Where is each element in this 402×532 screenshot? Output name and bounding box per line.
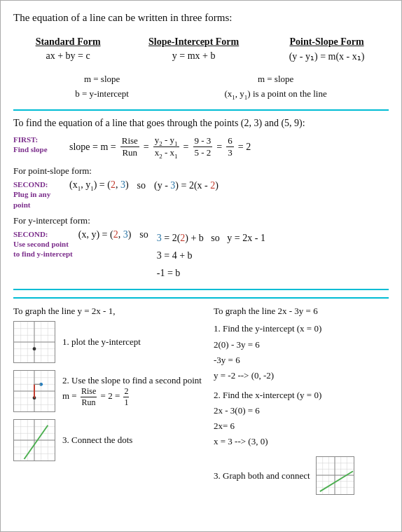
slope-intercept-form-title: Slope-Intercept Form	[128, 36, 259, 48]
standard-form-eq: ax + by = c	[20, 50, 116, 62]
rise-run-frac: Rise Run	[120, 135, 139, 158]
graph-desc-2: 2. Use the slope to find a second point …	[62, 375, 202, 408]
graph-right-row: 3. Graph both and connect	[214, 456, 389, 495]
slope-frac-graph2: 2 1	[123, 386, 129, 408]
graph-row-3: 3. Connect the dots	[13, 419, 202, 461]
for-y-intercept-label: For y-intercept form:	[13, 215, 389, 226]
slope-intercept-notes: m = slope b = y-intercept	[75, 72, 129, 102]
graph-desc-3: 3. Connect the dots	[62, 435, 202, 446]
graph-desc-1: 1. plot the y-intercept	[62, 336, 202, 348]
step2-yint-content: (x, y) = (2, 3) so 3 = 2(2) + b so y = 2…	[78, 229, 389, 282]
graph-box-2	[13, 370, 55, 412]
graph-left-title: To graph the line y = 2x - 1,	[13, 306, 202, 317]
graph-box-right	[316, 456, 354, 495]
step1-label: FIRST:Find slope	[13, 135, 69, 155]
graph-row-1: 1. plot the y-intercept	[13, 321, 202, 363]
step2-point-label: SECOND:Plug in anypoint	[13, 179, 69, 210]
values-frac: 9 - 3 5 - 2	[193, 135, 213, 158]
step2-point-row: SECOND:Plug in anypoint (x1, y1) = (2, 3…	[13, 179, 389, 210]
point-slope-form-title: Point-Slope Form	[272, 36, 382, 48]
standard-form-title: Standard Form	[20, 36, 116, 48]
step1-row: FIRST:Find slope slope = m = Rise Run = …	[13, 135, 389, 160]
point-slope-notes: m = slope (x1, y1) is a point on the lin…	[224, 72, 326, 102]
graph-svg-1	[14, 322, 55, 362]
form-notes-row: m = slope b = y-intercept m = slope (x1,…	[13, 72, 389, 102]
graph-row-2: 2. Use the slope to find a second point …	[13, 370, 202, 412]
graph-svg-3	[14, 420, 55, 461]
divider-1	[13, 109, 389, 111]
y2-y1-frac: y2 - y1 x2 - x1	[153, 135, 179, 160]
graph-left-col: To graph the line y = 2x - 1,	[13, 306, 202, 499]
find-equation-intro: To find the equation of a line that goes…	[13, 118, 389, 129]
graph-box-3	[13, 419, 55, 461]
find-equation-section: To find the equation of a line that goes…	[13, 118, 389, 282]
graph-svg-right	[317, 457, 354, 494]
right-steps: 1. Find the y-intercept (x = 0) 2(0) - 3…	[214, 321, 389, 495]
graph-svg-2	[14, 371, 55, 411]
step2-yint-label: SECOND:Use second pointto find y-interce…	[13, 229, 78, 259]
graphing-section: To graph the line y = 2x - 1,	[13, 297, 389, 499]
point-slope-form-eq: (y - y₁) = m(x - x₁)	[272, 50, 382, 62]
bottom-columns: To graph the line y = 2x - 1,	[13, 306, 389, 499]
result-frac: 6 3	[226, 135, 234, 158]
intro-text: The equation of a line can be written in…	[13, 12, 389, 24]
step2-point-content: (x1, y1) = (2, 3) so (y - 3) = 2(x - 2)	[69, 179, 389, 192]
svg-point-12	[33, 348, 36, 351]
step2-yint-row: SECOND:Use second pointto find y-interce…	[13, 229, 389, 282]
graph-right-title: To graph the line 2x - 3y = 6	[214, 306, 389, 317]
slope-intercept-form-eq: y = mx + b	[128, 50, 259, 62]
slope-frac-graph: Rise Run	[81, 386, 97, 408]
for-point-slope-label: For point-slope form:	[13, 165, 389, 177]
step1-content: slope = m = Rise Run = y2 - y1 x2 - x1 =…	[69, 135, 389, 160]
graph-box-1	[13, 321, 55, 363]
graph-right-col: To graph the line 2x - 3y = 6 1. Find th…	[214, 306, 389, 499]
slope-equation: slope = m = Rise Run = y2 - y1 x2 - x1 =…	[69, 135, 389, 160]
forms-table: Standard Form ax + by = c Slope-Intercep…	[13, 32, 389, 67]
divider-2	[13, 289, 389, 290]
